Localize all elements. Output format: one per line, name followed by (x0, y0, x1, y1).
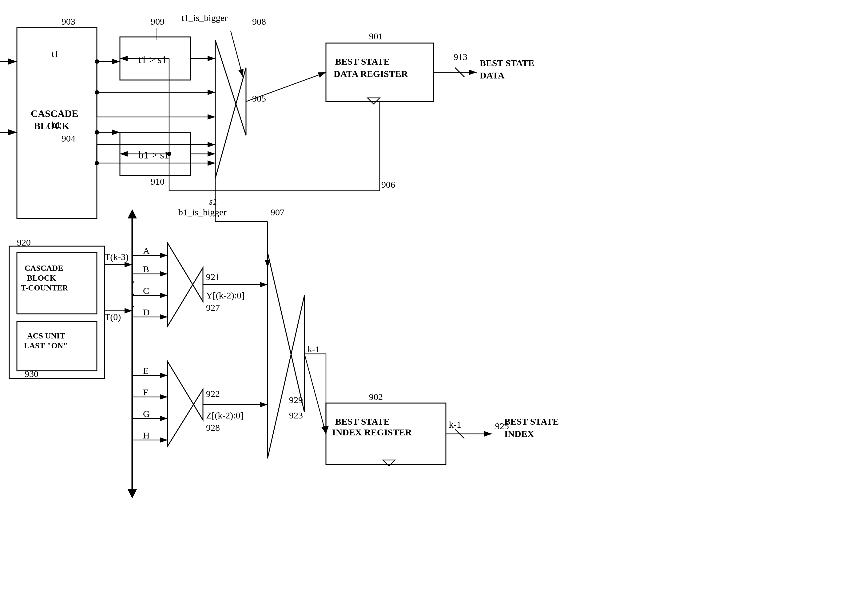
cascade-tcounter-box (17, 252, 97, 314)
label-904: 904 (61, 133, 75, 143)
label-zk2: Z[(k-2):0] (206, 410, 244, 421)
label-s1: s1 (209, 196, 217, 206)
label-k1: k-1 (307, 344, 320, 354)
label-yk2: Y[(k-2):0] (206, 290, 244, 301)
label-F: F (143, 387, 148, 397)
cascade-block-label: CASCADE (31, 108, 78, 119)
label-903: 903 (61, 16, 75, 27)
label-t1: t1 (52, 49, 59, 59)
index-reg-label2: INDEX REGISTER (332, 427, 412, 437)
label-k1-out: k-1 (449, 419, 461, 430)
label-E: E (143, 365, 149, 376)
label-930: 930 (25, 368, 39, 379)
upper-mux (168, 243, 203, 326)
lower-mux (168, 361, 203, 446)
index-reg-clock-triangle (383, 460, 395, 466)
label-908: 908 (252, 16, 266, 27)
label-929: 929 (289, 395, 303, 405)
acs-label1: ACS UNIT (27, 331, 65, 340)
label-906: 906 (381, 179, 395, 189)
label-910: 910 (151, 176, 164, 186)
b1-s1-label: b1 > s1 (139, 149, 169, 161)
label-927: 927 (206, 303, 220, 313)
label-b1-bigger: b1_is_bigger (178, 207, 226, 217)
label-901: 901 (369, 31, 383, 41)
908-wire (231, 31, 243, 77)
index-reg-label1: BEST STATE (335, 416, 390, 427)
label-913: 913 (454, 52, 468, 62)
label-best-state-index1: BEST STATE (504, 416, 559, 427)
label-best-state-index2: INDEX (504, 429, 534, 439)
label-921: 921 (206, 272, 220, 282)
label-907: 907 (271, 207, 284, 217)
b1-dot2 (95, 130, 99, 134)
vertical-arrow-down (128, 489, 137, 498)
acs-label2: LAST "ON" (24, 341, 68, 350)
label-dots3: · (132, 300, 135, 313)
label-best-state-data2: DATA (480, 70, 505, 80)
label-A: A (143, 246, 150, 256)
label-G: G (143, 409, 150, 419)
label-905: 905 (252, 93, 266, 103)
t1-s1-label: t1 > s1 (139, 54, 167, 65)
label-B: B (143, 264, 149, 274)
right-mux (268, 252, 304, 458)
right-mux-out-wire (304, 354, 326, 434)
best-state-data-reg-label1: BEST STATE (335, 56, 390, 66)
mux-upper (215, 40, 246, 179)
label-923: 923 (289, 410, 303, 420)
label-928: 928 (206, 422, 220, 433)
b1-dot3 (95, 161, 99, 165)
data-reg-clock-triangle (368, 98, 380, 104)
label-H: H (143, 430, 150, 440)
cascade-tcounter-label3: T-COUNTER (21, 283, 68, 292)
label-dots: · (132, 275, 135, 289)
vertical-arrow-up (128, 209, 137, 218)
label-tk3: T(k-3) (104, 252, 128, 262)
label-dots2: · (132, 287, 135, 301)
cascade-tcounter-label1: CASCADE (25, 264, 63, 273)
label-best-state-data1: BEST STATE (480, 58, 535, 68)
label-922: 922 (206, 389, 220, 399)
label-t1-bigger: t1_is_bigger (182, 13, 228, 23)
label-C: C (143, 286, 149, 296)
t1-dot2 (95, 90, 99, 94)
label-t0: T(0) (104, 312, 121, 322)
label-909: 909 (151, 16, 164, 27)
label-902: 902 (369, 392, 383, 402)
label-920: 920 (17, 237, 31, 248)
label-b1: b1 (52, 119, 61, 130)
label-D: D (143, 307, 150, 317)
s1-dot (167, 152, 171, 156)
cascade-tcounter-label2: BLOCK (27, 273, 56, 282)
best-state-data-reg-label2: DATA REGISTER (334, 69, 408, 79)
